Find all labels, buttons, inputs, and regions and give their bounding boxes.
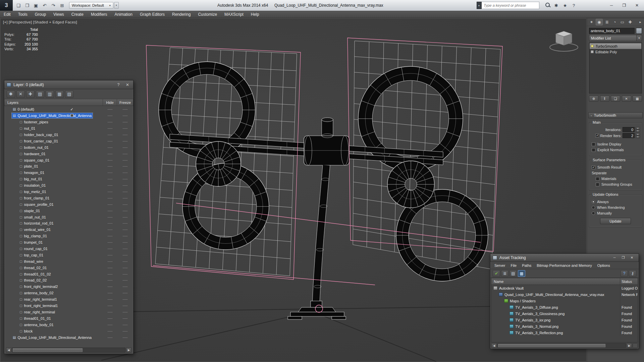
update-button[interactable]: Update xyxy=(600,218,631,224)
asset-menu-paths[interactable]: Paths xyxy=(519,263,534,267)
project-folder-icon[interactable]: ⊞ xyxy=(58,2,66,9)
asset-row[interactable]: TV_Aerials_3_ior.pngFound xyxy=(491,317,638,323)
tab-motion[interactable]: ◔ xyxy=(611,19,618,25)
layer-row[interactable]: ▢insulation_01---------- xyxy=(4,182,133,189)
column-layers[interactable]: Layers xyxy=(4,99,103,106)
asset-maximize-button[interactable]: ❐ xyxy=(619,255,628,261)
column-name[interactable]: Name xyxy=(491,278,620,285)
rollout-turbosmooth[interactable]: - TurboSmooth xyxy=(588,112,643,118)
radio-when-rendering[interactable] xyxy=(592,206,595,209)
freeze-toggle-cell[interactable]: ----- xyxy=(117,228,133,231)
workspace-selector[interactable]: Workspace: Default ▾ xyxy=(69,2,113,9)
modifier-list-dropdown[interactable]: Modifier List ▼ xyxy=(589,35,642,41)
freeze-toggle-cell[interactable]: ----- xyxy=(117,127,133,130)
asset-row[interactable]: TV_Aerials_3_Reflection.pngFound xyxy=(491,329,638,336)
layer-row[interactable]: ▢front_right_terminal1---------- xyxy=(4,303,133,309)
panel-expand-icon[interactable]: ▸ xyxy=(638,20,643,24)
workspace-mini-toggle[interactable]: ▾ xyxy=(114,2,119,9)
layer-row[interactable]: ▢thread01_01_01---------- xyxy=(4,315,133,321)
hide-toggle-cell[interactable]: ----- xyxy=(103,298,117,301)
spinner-up-icon[interactable]: ▲ xyxy=(636,127,640,129)
freeze-toggle-cell[interactable]: ----- xyxy=(117,291,133,295)
freeze-toggle-cell[interactable]: ----- xyxy=(117,260,133,263)
asset-row[interactable]: Autodesk VaultLogged O xyxy=(491,285,638,291)
freeze-toggle-cell[interactable]: ----- xyxy=(117,329,133,333)
layer-name-cell[interactable]: ▢thread_wire xyxy=(4,258,103,264)
object-name-field[interactable]: antenna_body_01 xyxy=(589,28,635,34)
layer-name-cell[interactable]: ▤Quad_Loop_UHF_Multi_Directional_Antenna xyxy=(4,334,103,341)
maximize-button[interactable]: ❐ xyxy=(618,1,631,10)
help-mode-icon[interactable]: ? xyxy=(621,270,628,277)
asset-row[interactable]: TV_Aerials_3_Diffuse.pngFound xyxy=(491,304,638,310)
hide-toggle-cell[interactable]: ----- xyxy=(103,273,117,276)
hide-toggle-cell[interactable]: ----- xyxy=(103,329,117,333)
column-hide[interactable]: Hide xyxy=(103,99,117,106)
freeze-toggle-cell[interactable]: ----- xyxy=(117,190,133,193)
freeze-toggle-cell[interactable]: ----- xyxy=(117,317,133,320)
layer-row[interactable]: ▢bottom_nut_01---------- xyxy=(4,144,133,150)
layer-row[interactable]: ▤0 (default)✓---------- xyxy=(4,106,133,113)
layer-name-cell[interactable]: ▢rear_right_terminal xyxy=(4,309,103,315)
asset-name-cell[interactable]: TV_Aerials_3_Reflection.png xyxy=(491,329,620,336)
hide-toggle-cell[interactable]: ----- xyxy=(103,241,117,244)
asset-name-cell[interactable]: Maps / Shaders xyxy=(491,298,620,304)
menu-modifiers[interactable]: Modifiers xyxy=(87,11,111,18)
layer-row[interactable]: ▢antenna_body_02---------- xyxy=(4,290,133,296)
layer-name-cell[interactable]: ▢front_clamp_01 xyxy=(4,195,103,201)
layer-row[interactable]: ▢round_cap_01---------- xyxy=(4,246,133,252)
set-current-layer-icon[interactable]: ▥ xyxy=(46,90,54,98)
hide-toggle-cell[interactable]: ----- xyxy=(103,266,117,269)
hide-toggle-cell[interactable]: ----- xyxy=(103,190,117,193)
scroll-right-icon[interactable]: ▶ xyxy=(627,343,632,348)
layer-name-cell[interactable]: ▢top_cap_01 xyxy=(4,252,103,258)
help-icon[interactable]: ? xyxy=(570,1,578,9)
menu-edit[interactable]: Edit xyxy=(0,11,14,18)
hide-toggle-cell[interactable]: ----- xyxy=(103,234,117,238)
layer-row[interactable]: ▤Quad_Loop_UHF_Multi_Directional_Antenna… xyxy=(4,113,133,119)
menu-maxscript[interactable]: MAXScript xyxy=(221,11,247,18)
freeze-toggle-cell[interactable]: ----- xyxy=(117,241,133,244)
hide-toggle-cell[interactable]: ----- xyxy=(103,139,117,143)
search-input[interactable] xyxy=(482,2,539,9)
create-new-layer-icon[interactable]: ✱ xyxy=(7,90,15,98)
layer-row[interactable]: ▢small_nut_01---------- xyxy=(4,214,133,220)
layer-name-cell[interactable]: ▢insulation_01 xyxy=(4,182,103,189)
layer-name-cell[interactable]: ▢big_clamp_01 xyxy=(4,233,103,239)
hide-toggle-cell[interactable]: ----- xyxy=(103,203,117,206)
hide-toggle-cell[interactable]: ----- xyxy=(103,171,117,174)
layer-name-cell[interactable]: ▢front_right_terminal1 xyxy=(4,303,103,309)
freeze-toggle-cell[interactable]: ----- xyxy=(117,196,133,200)
layer-row[interactable]: ▢plate_01---------- xyxy=(4,163,133,170)
freeze-toggle-cell[interactable]: ----- xyxy=(117,310,133,314)
asset-name-cell[interactable]: TV_Aerials_3_Glossiness.png xyxy=(491,310,620,317)
column-freeze[interactable]: Freeze xyxy=(117,99,133,106)
hide-toggle-cell[interactable]: ----- xyxy=(103,127,117,130)
layer-name-cell[interactable]: ▢vertical_wire_01 xyxy=(4,227,103,233)
freeze-toggle-cell[interactable]: ----- xyxy=(117,285,133,288)
asset-name-cell[interactable]: TV_Aerials_3_Diffuse.png xyxy=(491,304,620,310)
layer-row[interactable]: ▢hexagon_01---------- xyxy=(4,170,133,176)
layer-row[interactable]: ▤Quad_Loop_UHF_Multi_Directional_Antenna… xyxy=(4,334,133,341)
layer-name-cell[interactable]: ▢hardware_01 xyxy=(4,150,103,157)
smooth-result-checkbox[interactable]: ✓ xyxy=(592,166,595,169)
hide-toggle-cell[interactable]: ----- xyxy=(103,291,117,295)
details-view-icon[interactable]: ▦ xyxy=(518,270,525,277)
asset-name-cell[interactable]: Autodesk Vault xyxy=(491,285,620,291)
freeze-toggle-cell[interactable]: ----- xyxy=(117,203,133,206)
freeze-toggle-cell[interactable]: ----- xyxy=(117,247,133,250)
asset-menu-file[interactable]: File xyxy=(508,263,519,267)
horizontal-scrollbar[interactable] xyxy=(497,343,626,348)
open-file-icon[interactable]: ❒ xyxy=(23,2,31,9)
hide-toggle-cell[interactable]: ----- xyxy=(103,323,117,326)
hide-toggle-cell[interactable]: ----- xyxy=(103,304,117,307)
layer-name-cell[interactable]: ▢nut_01 xyxy=(4,125,103,132)
layer-name-cell[interactable]: ▢front_carrier_cap_01 xyxy=(4,138,103,144)
freeze-toggle-cell[interactable]: ----- xyxy=(117,114,133,117)
freeze-toggle-cell[interactable]: ----- xyxy=(117,159,133,162)
layer-row[interactable]: ▢trumpet_01---------- xyxy=(4,239,133,246)
add-selection-to-layer-icon[interactable]: ✚ xyxy=(26,90,35,98)
hide-toggle-cell[interactable]: ----- xyxy=(103,133,117,136)
search-history-icon[interactable]: ▸ xyxy=(477,2,482,9)
layer-row[interactable]: ▢square_profile_01---------- xyxy=(4,201,133,207)
layer-name-cell[interactable]: ▢thread01_01_02 xyxy=(4,271,103,277)
